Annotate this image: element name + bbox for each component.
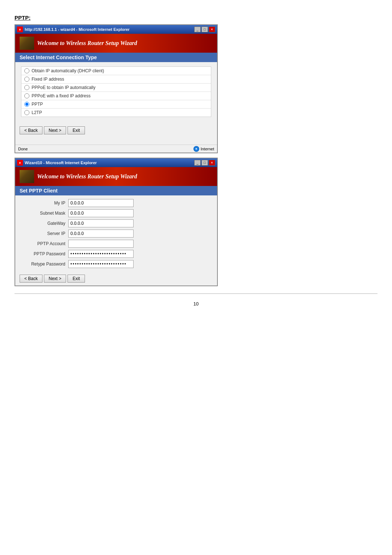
form-area-pptp: My IP Subnet Mask GateWay Server IP PPTP… xyxy=(15,195,217,272)
pptp-row-retype: Retype Password xyxy=(21,260,211,268)
status-left-1: Done xyxy=(18,147,28,151)
page-divider xyxy=(15,293,377,294)
pptp-row-subnet: Subnet Mask xyxy=(21,209,211,217)
radio-pppoe-fixed[interactable] xyxy=(24,93,29,98)
radio-fixed-ip[interactable] xyxy=(24,77,29,82)
title-text-1: e http://192.168.1.1 - wizard4 - Microso… xyxy=(17,27,130,32)
radio-option-2[interactable]: PPPoE to obtain IP automatically xyxy=(21,84,211,92)
wizard-banner-1: Welcome to Wireless Router Setup Wizard xyxy=(15,34,217,53)
radio-pptp-label: PPTP xyxy=(32,102,43,107)
page-label: PPTP: xyxy=(15,15,377,21)
back-btn-2[interactable]: < Back xyxy=(20,275,42,283)
browser-icon-1: e xyxy=(17,27,23,32)
window-controls-2: _ □ ✕ xyxy=(194,160,215,166)
form-area-1: Obtain IP automatically (DHCP client) Fi… xyxy=(15,62,217,123)
pptp-row-my-ip: My IP xyxy=(21,199,211,207)
wizard-title-1: Welcome to Wireless Router Setup Wizard xyxy=(37,40,137,46)
titlebar-1: e http://192.168.1.1 - wizard4 - Microso… xyxy=(15,25,217,34)
radio-l2tp-label: L2TP xyxy=(32,110,42,115)
status-bar-1: Done ● Internet xyxy=(15,145,217,153)
browser-window-2: e Wizard10 - Microsoft Internet Explorer… xyxy=(15,158,218,286)
pptp-label-my-ip: My IP xyxy=(21,200,68,206)
internet-icon-1: ● xyxy=(193,146,199,152)
svg-rect-2 xyxy=(20,170,34,183)
radio-option-3[interactable]: PPPoE with a fixed IP address xyxy=(21,92,211,100)
bottom-padding-1 xyxy=(15,137,217,145)
radio-pptp[interactable] xyxy=(24,102,29,107)
wizard-logo-2 xyxy=(20,170,34,183)
radio-dhcp[interactable] xyxy=(24,68,29,73)
pptp-input-server-ip[interactable] xyxy=(68,230,134,238)
pptp-row-server-ip: Server IP xyxy=(21,230,211,238)
window-title-1: http://192.168.1.1 - wizard4 - Microsoft… xyxy=(25,27,130,32)
maximize-btn-2[interactable]: □ xyxy=(201,160,208,166)
radio-pppoe-auto[interactable] xyxy=(24,85,29,90)
section-heading-1: Select Internet Connection Type xyxy=(15,53,217,62)
window-title-2: Wizard10 - Microsoft Internet Explorer xyxy=(25,161,97,165)
pptp-label-server-ip: Server IP xyxy=(21,231,68,236)
radio-option-0[interactable]: Obtain IP automatically (DHCP client) xyxy=(21,67,211,75)
pptp-row-password: PPTP Password xyxy=(21,250,211,258)
window-controls-1: _ □ ✕ xyxy=(194,27,215,32)
status-right-1: Internet xyxy=(201,147,214,151)
wizard-title-2: Welcome to Wireless Router Setup Wizard xyxy=(37,173,137,180)
pptp-label-retype: Retype Password xyxy=(21,262,68,267)
titlebar-2: e Wizard10 - Microsoft Internet Explorer… xyxy=(15,158,217,167)
pptp-label-password: PPTP Password xyxy=(21,251,68,256)
maximize-btn-1[interactable]: □ xyxy=(201,27,208,32)
browser-window-1: e http://192.168.1.1 - wizard4 - Microso… xyxy=(15,24,218,153)
radio-option-5[interactable]: L2TP xyxy=(21,109,211,117)
wizard-logo-1 xyxy=(20,37,34,50)
btn-row-2: < Back Next > Exit xyxy=(15,272,217,285)
radio-pppoe-fixed-label: PPPoE with a fixed IP address xyxy=(32,93,91,98)
radio-option-4[interactable]: PPTP xyxy=(21,100,211,109)
section-heading-2: Set PPTP Client xyxy=(15,186,217,195)
pptp-input-subnet[interactable] xyxy=(68,209,134,217)
status-internet-1: ● Internet xyxy=(193,146,214,152)
pptp-row-account: PPTP Account xyxy=(21,240,211,248)
next-btn-1[interactable]: Next > xyxy=(44,126,66,134)
radio-l2tp[interactable] xyxy=(24,110,29,115)
pptp-input-account[interactable] xyxy=(68,240,134,248)
title-text-2: e Wizard10 - Microsoft Internet Explorer xyxy=(17,160,97,166)
svg-point-3 xyxy=(25,173,29,177)
pptp-label-subnet: Subnet Mask xyxy=(21,211,68,216)
radio-fixed-ip-label: Fixed IP address xyxy=(32,77,64,82)
back-btn-1[interactable]: < Back xyxy=(20,126,42,134)
pptp-input-password[interactable] xyxy=(68,250,134,258)
svg-rect-0 xyxy=(20,37,34,50)
pptp-label-gateway: GateWay xyxy=(21,221,68,226)
pptp-label-account: PPTP Account xyxy=(21,241,68,246)
page-number: 10 xyxy=(15,301,377,307)
exit-btn-1[interactable]: Exit xyxy=(68,126,85,134)
btn-row-1: < Back Next > Exit xyxy=(15,123,217,137)
exit-btn-2[interactable]: Exit xyxy=(68,275,85,283)
pptp-input-retype[interactable] xyxy=(68,260,134,268)
close-btn-2[interactable]: ✕ xyxy=(209,160,215,166)
minimize-btn-1[interactable]: _ xyxy=(194,27,201,32)
wizard-banner-2: Welcome to Wireless Router Setup Wizard xyxy=(15,167,217,186)
pptp-input-my-ip[interactable] xyxy=(68,199,134,207)
browser-icon-2: e xyxy=(17,160,23,166)
radio-dhcp-label: Obtain IP automatically (DHCP client) xyxy=(32,68,104,73)
radio-pppoe-auto-label: PPPoE to obtain IP automatically xyxy=(32,85,95,90)
close-btn-1[interactable]: ✕ xyxy=(209,27,215,32)
radio-option-1[interactable]: Fixed IP address xyxy=(21,75,211,84)
pptp-row-gateway: GateWay xyxy=(21,219,211,227)
radio-list-1: Obtain IP automatically (DHCP client) Fi… xyxy=(21,66,211,117)
minimize-btn-2[interactable]: _ xyxy=(194,160,201,166)
pptp-input-gateway[interactable] xyxy=(68,219,134,227)
svg-point-1 xyxy=(25,40,29,44)
next-btn-2[interactable]: Next > xyxy=(44,275,66,283)
